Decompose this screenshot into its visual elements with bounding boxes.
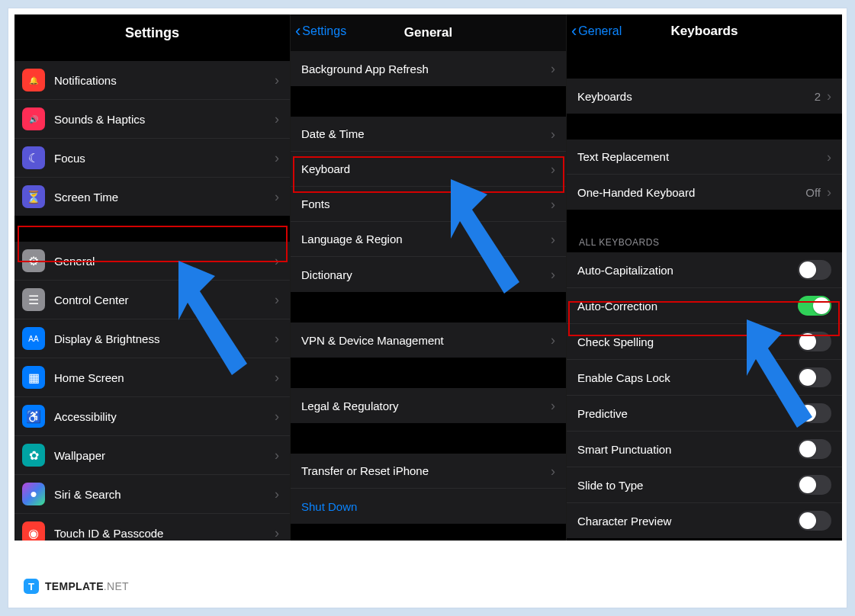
- row-label: Background App Refresh: [301, 63, 551, 75]
- toggle-switch[interactable]: [798, 403, 831, 423]
- toggle-switch[interactable]: [798, 260, 831, 280]
- hourglass-icon: ⏳: [22, 185, 45, 208]
- moon-icon: ☾: [22, 146, 45, 169]
- row-keyboards[interactable]: Keyboards2›: [567, 79, 842, 114]
- row-label: Text Replacement: [577, 150, 827, 163]
- row-siri-search[interactable]: ●Siri & Search›: [14, 475, 290, 514]
- row-label: Wallpaper: [54, 449, 275, 462]
- toggle-row-auto-correction: Auto-Correction: [567, 288, 842, 324]
- row-text-replacement[interactable]: Text Replacement›: [567, 140, 842, 175]
- general-title: General: [404, 25, 452, 40]
- toggle-switch[interactable]: [798, 296, 831, 316]
- toggle-switch[interactable]: [798, 332, 831, 351]
- accessibility-icon: ♿: [22, 405, 45, 428]
- toggle-switch[interactable]: [798, 439, 831, 459]
- chevron-right-icon: ›: [275, 254, 279, 268]
- row-shut-down[interactable]: Shut Down: [291, 489, 566, 524]
- row-one-handed-keyboard[interactable]: One-Handed KeyboardOff›: [567, 175, 842, 210]
- row-transfer-or-reset-iphone[interactable]: Transfer or Reset iPhone›: [291, 454, 566, 489]
- row-display-brightness[interactable]: AADisplay & Brightness›: [14, 319, 290, 358]
- screenshots-row: Settings 🔔Notifications›🔊Sounds & Haptic…: [14, 14, 842, 541]
- row-control-center[interactable]: ☰Control Center›: [14, 281, 290, 319]
- tutorial-frame: Settings 🔔Notifications›🔊Sounds & Haptic…: [8, 8, 847, 608]
- row-keyboard[interactable]: Keyboard›: [291, 152, 566, 187]
- chevron-right-icon: ›: [551, 268, 555, 281]
- back-label: Settings: [302, 24, 346, 38]
- chevron-right-icon: ›: [827, 150, 831, 164]
- chevron-right-icon: ›: [551, 197, 555, 211]
- aa-icon: AA: [22, 327, 45, 350]
- row-label: Fonts: [301, 197, 551, 210]
- gear-icon: ⚙: [22, 249, 45, 272]
- all-keyboards-header: ALL KEYBOARDS: [567, 233, 842, 252]
- toggle-label: Predictive: [577, 407, 798, 420]
- toggle-row-auto-capitalization: Auto-Capitalization: [567, 252, 842, 288]
- keyboards-toggle-group: ALL KEYBOARDS Auto-CapitalizationAuto-Co…: [567, 233, 842, 538]
- touchid-icon: ◉: [22, 521, 45, 541]
- keyboards-title: Keyboards: [671, 24, 738, 39]
- row-label: Date & Time: [301, 127, 551, 140]
- row-label: Accessibility: [54, 410, 275, 423]
- general-nav-header: ‹ Settings General: [291, 14, 566, 51]
- row-value: Off: [805, 186, 821, 199]
- bell-icon: 🔔: [22, 69, 45, 91]
- toggle-label: Smart Punctuation: [577, 443, 798, 456]
- general-group-5: Transfer or Reset iPhone›Shut Down: [291, 454, 566, 524]
- back-to-general[interactable]: ‹ General: [571, 14, 622, 48]
- row-label: Transfer or Reset iPhone: [301, 464, 551, 477]
- keyboards-panel: ‹ General Keyboards Keyboards2› Text Rep…: [567, 14, 842, 541]
- toggle-switch[interactable]: [798, 511, 831, 531]
- chevron-right-icon: ›: [275, 371, 279, 384]
- general-panel: ‹ Settings General Background App Refres…: [291, 14, 567, 541]
- chevron-right-icon: ›: [275, 448, 279, 462]
- keyboards-nav-header: ‹ General Keyboards: [567, 14, 842, 48]
- wallpaper-icon: ✿: [22, 444, 45, 467]
- row-notifications[interactable]: 🔔Notifications›: [14, 61, 290, 100]
- row-background-app-refresh[interactable]: Background App Refresh›: [291, 51, 566, 86]
- row-home-screen[interactable]: ▦Home Screen›: [14, 358, 290, 397]
- row-label: VPN & Device Management: [301, 334, 551, 347]
- row-label: Sounds & Haptics: [54, 113, 275, 126]
- row-label: Control Center: [54, 294, 275, 306]
- chevron-right-icon: ›: [275, 190, 279, 204]
- row-language-region[interactable]: Language & Region›: [291, 222, 566, 257]
- chevron-right-icon: ›: [551, 162, 555, 176]
- row-touch-id-passcode[interactable]: ◉Touch ID & Passcode›: [14, 514, 290, 541]
- back-to-settings[interactable]: ‹ Settings: [295, 14, 346, 48]
- toggle-label: Slide to Type: [577, 479, 798, 492]
- row-label: Language & Region: [301, 233, 551, 245]
- row-screen-time[interactable]: ⏳Screen Time›: [14, 178, 290, 216]
- row-label: Display & Brightness: [54, 332, 275, 345]
- row-sounds-haptics[interactable]: 🔊Sounds & Haptics›: [14, 100, 290, 139]
- toggle-label: Check Spelling: [577, 335, 798, 348]
- row-dictionary[interactable]: Dictionary›: [291, 257, 566, 292]
- row-general[interactable]: ⚙General›: [14, 242, 290, 281]
- chevron-right-icon: ›: [275, 409, 279, 423]
- row-focus[interactable]: ☾Focus›: [14, 139, 290, 178]
- row-wallpaper[interactable]: ✿Wallpaper›: [14, 436, 290, 475]
- row-accessibility[interactable]: ♿Accessibility›: [14, 397, 290, 436]
- row-vpn-device-management[interactable]: VPN & Device Management›: [291, 322, 566, 358]
- row-label: Legal & Regulatory: [301, 399, 551, 412]
- toggle-switch[interactable]: [798, 475, 831, 495]
- settings-group-1: 🔔Notifications›🔊Sounds & Haptics›☾Focus›…: [14, 61, 290, 216]
- chevron-right-icon: ›: [275, 73, 279, 87]
- row-fonts[interactable]: Fonts›: [291, 187, 566, 222]
- toggle-switch[interactable]: [798, 367, 831, 387]
- template-logo-icon: T: [24, 579, 39, 594]
- row-label: Home Screen: [54, 371, 275, 384]
- toggle-row-slide-to-type: Slide to Type: [567, 467, 842, 503]
- row-date-time[interactable]: Date & Time›: [291, 117, 566, 152]
- row-label: Notifications: [54, 74, 275, 87]
- chevron-right-icon: ›: [551, 62, 555, 75]
- settings-group-2: ⚙General›☰Control Center›AADisplay & Bri…: [14, 242, 290, 541]
- chevron-right-icon: ›: [551, 333, 555, 347]
- row-label: Focus: [54, 152, 275, 165]
- back-label: General: [578, 24, 622, 38]
- row-legal-regulatory[interactable]: Legal & Regulatory›: [291, 388, 566, 423]
- settings-title: Settings: [14, 14, 290, 49]
- chevron-left-icon: ‹: [295, 23, 301, 40]
- chevron-right-icon: ›: [827, 89, 831, 103]
- row-label: Keyboard: [301, 162, 551, 175]
- toggle-label: Auto-Capitalization: [577, 264, 798, 277]
